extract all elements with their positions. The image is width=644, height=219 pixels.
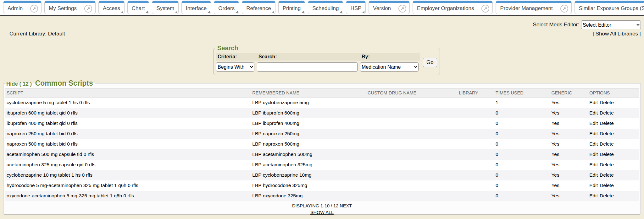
tab-label: System bbox=[156, 5, 174, 12]
tab-similar-exposure-groups-segs[interactable]: Similar Exposure Groups (SEGs) ↗ bbox=[575, 1, 644, 14]
edit-link[interactable]: Edit bbox=[589, 162, 598, 167]
column-header-label: OPTIONS bbox=[589, 90, 610, 95]
edit-link[interactable]: Edit bbox=[589, 152, 598, 157]
column-header-remembered-name: REMEMBERED NAME bbox=[251, 88, 366, 98]
tab-label: Scheduling bbox=[312, 5, 339, 12]
show-all-libraries-link[interactable]: Show All Libraries bbox=[596, 31, 638, 37]
delete-link[interactable]: Delete bbox=[600, 110, 614, 115]
column-header-label[interactable]: GENERIC bbox=[551, 90, 572, 95]
column-header-label[interactable]: LIBRARY bbox=[459, 90, 478, 95]
show-all-link[interactable]: SHOW ALL bbox=[310, 210, 334, 215]
table-row: acetaminophen 325 mg capsule qid 0 rfls … bbox=[5, 160, 639, 170]
custom-drug-name-cell bbox=[366, 129, 458, 139]
delete-link[interactable]: Delete bbox=[600, 183, 614, 188]
delete-link[interactable]: Delete bbox=[600, 193, 614, 198]
script-text: acetaminophen 325 mg capsule qid 0 rfls bbox=[7, 162, 96, 167]
tab-chart[interactable]: Chart ↗ bbox=[127, 1, 149, 14]
hide-link[interactable]: Hide ( 12 ) bbox=[6, 81, 32, 87]
generic-cell: Yes bbox=[550, 139, 588, 149]
edit-link[interactable]: Edit bbox=[589, 183, 598, 188]
tab-separator bbox=[27, 3, 27, 14]
common-scripts-panel: Hide ( 12 ) Common Scripts SCRIPT REMEMB… bbox=[3, 79, 641, 215]
remembered-name-cell: LBP ibuprofen 400mg bbox=[251, 118, 366, 129]
tab-my-settings[interactable]: My Settings ↗ bbox=[44, 1, 96, 14]
script-text: ibuprofen 600 mg tablet qid 0 rfls bbox=[7, 110, 78, 115]
times-used-cell: 0 bbox=[494, 170, 550, 180]
tab-provider-management[interactable]: Provider Management ↗ bbox=[496, 1, 571, 14]
delete-link[interactable]: Delete bbox=[600, 100, 614, 105]
tab-label: My Settings bbox=[49, 5, 77, 12]
times-used-cell: 0 bbox=[494, 129, 550, 139]
tab-accent-bar bbox=[214, 1, 239, 3]
column-header-label[interactable]: REMEMBERED NAME bbox=[252, 90, 299, 95]
tab-printing[interactable]: Printing ↗ bbox=[278, 1, 305, 14]
generic-cell: Yes bbox=[550, 170, 588, 180]
tab-admin[interactable]: Admin ↗ bbox=[3, 1, 42, 14]
meds-editor-select[interactable]: Select Editor bbox=[581, 20, 641, 29]
library-cell bbox=[458, 191, 494, 201]
delete-link[interactable]: Delete bbox=[600, 141, 614, 147]
edit-link[interactable]: Edit bbox=[589, 172, 598, 178]
column-header-label[interactable]: CUSTOM DRUG NAME bbox=[368, 90, 416, 95]
generic-text: Yes bbox=[551, 141, 559, 147]
times-used-text: 1 bbox=[496, 100, 498, 105]
edit-link[interactable]: Edit bbox=[589, 141, 598, 147]
options-cell: EditDelete bbox=[588, 160, 639, 170]
edit-link[interactable]: Edit bbox=[589, 100, 598, 105]
generic-text: Yes bbox=[551, 193, 559, 198]
search-panel: Search Criteria: Search: By: Begins With… bbox=[213, 45, 440, 75]
delete-link[interactable]: Delete bbox=[600, 162, 614, 167]
dropdown-caret-icon bbox=[272, 11, 274, 13]
tab-employer-organizations[interactable]: Employer Organizations ↗ bbox=[413, 1, 493, 14]
custom-drug-name-cell bbox=[366, 180, 458, 191]
remembered-name-text: LBP hydrocodone 325mg bbox=[252, 183, 307, 188]
script-text: acetaminophen 500 mg capsule tid 0 rfls bbox=[7, 152, 94, 157]
column-header-label[interactable]: SCRIPT bbox=[7, 90, 23, 95]
displaying-text: DISPLAYING 1-10 / 12 bbox=[292, 203, 338, 208]
tab-version[interactable]: Version ↗ bbox=[369, 1, 410, 14]
tab-label: HSP bbox=[350, 5, 361, 12]
library-cell bbox=[458, 139, 494, 149]
remembered-name-text: LBP acetaminophen 500mg bbox=[252, 152, 312, 157]
remembered-name-cell: LBP cyclobenzaprine 10mg bbox=[251, 170, 366, 180]
common-scripts-legend: Hide ( 12 ) Common Scripts bbox=[6, 79, 95, 88]
tab-interface[interactable]: Interface ↗ bbox=[181, 1, 211, 14]
remembered-name-text: LBP ibuprofen 400mg bbox=[252, 120, 299, 126]
tab-orders[interactable]: Orders ↗ bbox=[214, 1, 239, 14]
show-all-libraries-row: | Show All Libraries | bbox=[593, 31, 641, 37]
times-used-cell: 0 bbox=[494, 139, 550, 149]
delete-link[interactable]: Delete bbox=[600, 131, 614, 136]
tab-label: Admin bbox=[8, 5, 23, 12]
by-select[interactable]: Medication Name bbox=[360, 62, 419, 72]
delete-link[interactable]: Delete bbox=[600, 152, 614, 157]
go-button[interactable]: Go bbox=[423, 58, 437, 67]
column-header-label[interactable]: TIMES USED bbox=[496, 90, 524, 95]
generic-cell: Yes bbox=[550, 108, 588, 118]
next-link[interactable]: NEXT bbox=[340, 203, 352, 208]
remembered-name-cell: LBP oxycodone 325mg bbox=[251, 191, 366, 201]
tab-separator bbox=[478, 3, 478, 14]
edit-link[interactable]: Edit bbox=[589, 131, 598, 136]
tab-label: Interface bbox=[186, 5, 207, 12]
criteria-label: Criteria: bbox=[216, 54, 257, 60]
dropdown-caret-icon bbox=[302, 11, 304, 13]
tab-accent-bar bbox=[242, 1, 275, 3]
library-cell bbox=[458, 108, 494, 118]
tab-bar: Admin ↗ My Settings ↗ Access ↗ Chart ↗ bbox=[0, 0, 644, 15]
edit-link[interactable]: Edit bbox=[589, 193, 598, 198]
remembered-name-cell: LBP acetaminophen 500mg bbox=[251, 149, 366, 160]
options-cell: EditDelete bbox=[588, 170, 639, 180]
tab-scheduling[interactable]: Scheduling ↗ bbox=[308, 1, 343, 14]
tab-access[interactable]: Access ↗ bbox=[98, 1, 125, 14]
tab-reference[interactable]: Reference ↗ bbox=[242, 1, 275, 14]
edit-link[interactable]: Edit bbox=[589, 110, 598, 115]
tab-system[interactable]: System ↗ bbox=[152, 1, 179, 14]
delete-link[interactable]: Delete bbox=[600, 120, 614, 126]
tab-hsp[interactable]: HSP ↗ bbox=[346, 1, 366, 14]
delete-link[interactable]: Delete bbox=[600, 172, 614, 178]
criteria-select[interactable]: Begins With bbox=[216, 62, 254, 72]
search-input[interactable] bbox=[257, 62, 358, 72]
custom-drug-name-cell bbox=[366, 149, 458, 160]
meds-editor-row: Select Meds Editor: Select Editor bbox=[533, 20, 641, 29]
edit-link[interactable]: Edit bbox=[589, 120, 598, 126]
